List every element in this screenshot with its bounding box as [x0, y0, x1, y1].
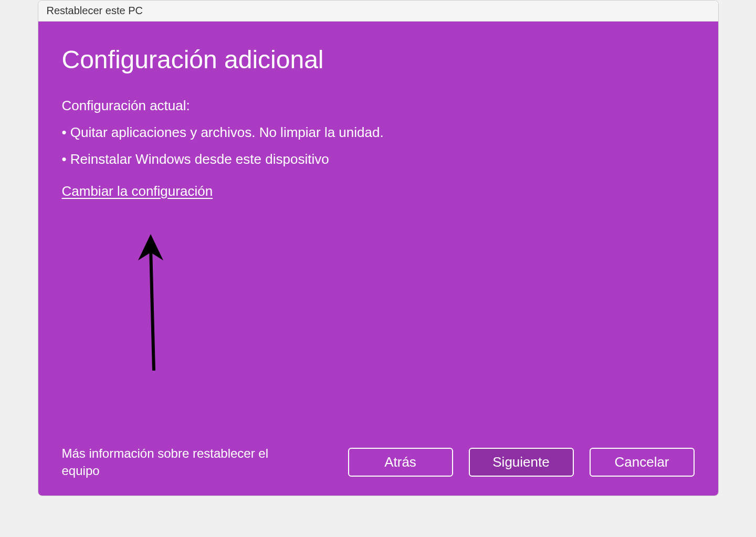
dialog-content: Configuración adicional Configuración ac…	[38, 22, 718, 496]
more-info-link[interactable]: Más información sobre restablecer el equ…	[62, 445, 298, 480]
current-config-label: Configuración actual:	[62, 98, 695, 114]
reset-pc-dialog: Restablecer este PC Configuración adicio…	[38, 0, 719, 496]
config-bullet-item: • Quitar aplicaciones y archivos. No lim…	[62, 124, 695, 141]
config-bullet-item: • Reinstalar Windows desde este disposit…	[62, 151, 695, 167]
back-button[interactable]: Atrás	[348, 448, 453, 477]
page-heading: Configuración adicional	[62, 45, 695, 74]
button-row: Atrás Siguiente Cancelar	[348, 448, 695, 477]
next-button[interactable]: Siguiente	[469, 448, 574, 477]
cancel-button[interactable]: Cancelar	[590, 448, 695, 477]
change-settings-link[interactable]: Cambiar la configuración	[62, 183, 695, 199]
window-titlebar: Restablecer este PC	[38, 1, 718, 22]
window-title: Restablecer este PC	[47, 5, 143, 16]
dialog-footer: Más información sobre restablecer el equ…	[62, 445, 695, 480]
arrow-annotation-icon	[133, 231, 175, 373]
